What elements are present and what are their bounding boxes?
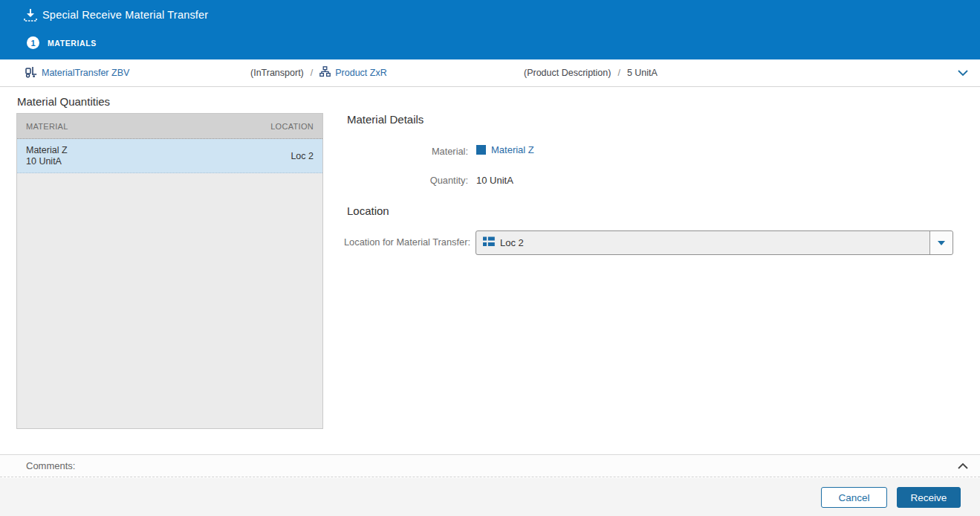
cancel-button[interactable]: Cancel <box>821 487 887 508</box>
breadcrumb-product-segment: (Product Description) / 5 UnitA <box>524 59 658 86</box>
step-number-badge: 1 <box>27 36 39 49</box>
material-quantities-table: MATERIAL LOCATION Material Z 10 UnitA Lo… <box>16 113 323 429</box>
app-header: Special Receive Material Transfer 1 MATE… <box>0 0 980 59</box>
material-details-title: Material Details <box>347 113 424 126</box>
location-for-material-transfer-label: Location for Material Transfer: <box>343 236 470 248</box>
location-section-title: Location <box>347 204 389 217</box>
table-row-material-z[interactable]: Material Z 10 UnitA Loc 2 <box>17 139 322 173</box>
row-material-quantity: 10 UnitA <box>26 156 68 167</box>
material-label: Material: <box>344 146 468 157</box>
receive-button[interactable]: Receive <box>897 487 961 508</box>
special-receive-material-transfer-window: Special Receive Material Transfer 1 MATE… <box>0 0 980 516</box>
location-dropdown-button[interactable] <box>929 231 953 254</box>
context-bar: MaterialTransfer ZBV (InTransport) / Pro… <box>0 59 980 87</box>
page-title: Special Receive Material Transfer <box>42 9 208 21</box>
material-transfer-link[interactable]: MaterialTransfer ZBV <box>42 68 129 78</box>
material-swatch-icon <box>476 145 486 155</box>
material-transfer-cart-icon <box>25 66 37 80</box>
location-dropdown-field[interactable]: Loc 2 <box>476 231 929 254</box>
action-footer: Cancel Receive <box>0 478 980 516</box>
chevron-up-icon[interactable] <box>956 461 970 471</box>
step-label: MATERIALS <box>48 39 97 48</box>
row-location-cell: Loc 2 <box>291 151 314 161</box>
comments-bar[interactable]: Comments: <box>0 454 980 477</box>
comments-label: Comments: <box>26 460 75 471</box>
chevron-down-icon[interactable] <box>956 67 970 79</box>
wizard-step-materials[interactable]: 1 MATERIALS <box>27 36 97 49</box>
breadcrumb-material-transfer[interactable]: MaterialTransfer ZBV <box>25 59 129 86</box>
table-header-row: MATERIAL LOCATION <box>17 114 322 139</box>
product-quantity-text: 5 UnitA <box>627 68 658 78</box>
receive-download-icon <box>22 7 39 24</box>
row-material-cell: Material Z 10 UnitA <box>26 145 68 167</box>
column-header-location: LOCATION <box>270 122 314 131</box>
material-value-group: Material Z <box>476 144 534 155</box>
product-description-text: (Product Description) <box>524 68 611 78</box>
material-quantities-title: Material Quantities <box>17 95 110 108</box>
row-material-name: Material Z <box>26 145 68 156</box>
material-value-link[interactable]: Material Z <box>491 144 534 155</box>
product-link[interactable]: Product ZxR <box>335 68 386 78</box>
breadcrumb-separator: / <box>615 68 622 78</box>
location-grid-icon <box>483 236 495 250</box>
breadcrumb-separator: / <box>308 68 315 78</box>
product-hierarchy-icon <box>319 66 331 80</box>
location-dropdown[interactable]: Loc 2 <box>476 230 953 255</box>
quantity-label: Quantity: <box>344 175 468 186</box>
breadcrumb-transport-segment: (InTransport) / Product ZxR <box>250 59 387 86</box>
transfer-status-text: (InTransport) <box>250 68 304 78</box>
quantity-value: 10 UnitA <box>476 175 513 186</box>
location-dropdown-value: Loc 2 <box>500 237 524 248</box>
column-header-material: MATERIAL <box>26 122 68 131</box>
dropdown-arrow-icon <box>938 241 945 245</box>
